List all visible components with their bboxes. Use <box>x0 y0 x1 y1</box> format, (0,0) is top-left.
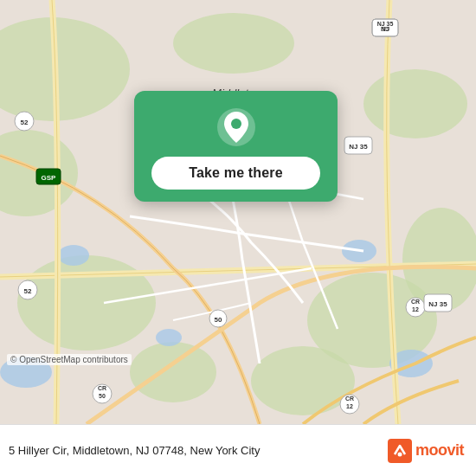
svg-point-10 <box>58 245 89 266</box>
svg-text:50: 50 <box>215 316 222 324</box>
bottom-bar: 5 Hillyer Cir, Middletown, NJ 07748, New… <box>0 424 476 476</box>
svg-point-46 <box>397 452 402 456</box>
address-text: 5 Hillyer Cir, Middletown, NJ 07748, New… <box>9 444 388 457</box>
svg-point-11 <box>156 329 182 346</box>
svg-point-7 <box>130 342 216 402</box>
svg-text:NJ 35: NJ 35 <box>349 143 368 151</box>
location-pin-icon <box>215 106 257 148</box>
svg-text:52: 52 <box>24 287 32 295</box>
moovit-logo: moovit <box>388 439 464 463</box>
svg-text:CR: CR <box>411 299 420 305</box>
svg-text:CR: CR <box>98 385 106 391</box>
svg-point-45 <box>231 119 241 129</box>
moovit-logo-icon <box>388 439 412 463</box>
popup-card: Take me there <box>134 91 338 202</box>
svg-text:12: 12 <box>346 403 353 409</box>
svg-text:GSP: GSP <box>42 174 57 182</box>
moovit-logo-text: moovit <box>415 441 464 460</box>
svg-text:NJ 35: NJ 35 <box>377 21 394 27</box>
svg-text:52: 52 <box>21 119 29 126</box>
take-me-there-button[interactable]: Take me there <box>151 157 320 190</box>
svg-point-3 <box>17 255 156 351</box>
copyright-text: © OpenStreetMap contributors <box>7 354 132 365</box>
map-container: NJ 35 NJ 35 50 NJ 35 52 52 GSP CR 12 CR … <box>0 0 476 424</box>
svg-point-4 <box>363 69 467 138</box>
svg-text:50: 50 <box>99 393 106 399</box>
svg-text:35: 35 <box>382 26 389 32</box>
svg-text:NJ 35: NJ 35 <box>428 300 447 308</box>
svg-point-9 <box>173 13 294 74</box>
svg-text:CR: CR <box>345 396 354 402</box>
svg-text:12: 12 <box>412 306 419 312</box>
svg-point-6 <box>251 346 355 415</box>
